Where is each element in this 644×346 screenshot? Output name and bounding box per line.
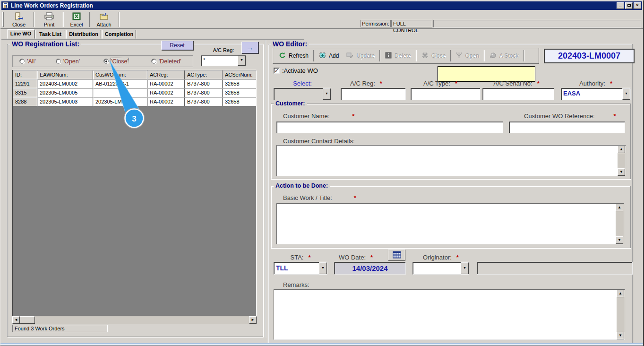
customer-contact-label: Customer Contact Details: [283, 138, 355, 145]
scrollbar-track[interactable] [617, 297, 625, 332]
col-eawonum[interactable]: EAWONum: [37, 70, 93, 79]
originator-value [413, 262, 461, 274]
attach-button[interactable]: Attach [91, 11, 117, 28]
print-button-label: Print [44, 22, 55, 27]
scroll-left-icon[interactable]: ◄ [12, 316, 20, 324]
cell-acreg: RA-00002 [147, 88, 185, 97]
list-ac-reg-value: * [201, 56, 238, 66]
checkbox-checked-icon[interactable]: ✓ [274, 68, 280, 74]
scroll-up-icon[interactable]: ▲ [616, 204, 623, 211]
reset-button[interactable]: Reset [161, 41, 193, 50]
dropdown-arrow-icon[interactable]: ▼ [238, 56, 246, 66]
col-id[interactable]: ID: [13, 70, 37, 79]
excel-button[interactable]: Excel [65, 11, 88, 28]
wo-editor-title: WO Editor: [271, 40, 309, 48]
scrollbar-thumb[interactable] [20, 316, 35, 324]
minimize-button[interactable]: _ [617, 2, 624, 9]
refresh-icon [279, 52, 286, 60]
wo-date-value: 14/03/2024 [334, 262, 406, 275]
scroll-up-icon[interactable]: ▲ [618, 146, 625, 153]
printer-icon [44, 12, 54, 21]
refresh-button[interactable]: Refresh [275, 51, 312, 61]
dropdown-arrow-icon[interactable]: ▼ [323, 88, 331, 100]
table-row[interactable]: 8288 202305-LM0003 202305-LM0003 RA-0000… [13, 97, 257, 106]
filter-all[interactable]: 'All' [19, 58, 36, 65]
close-wo-button[interactable]: Close [418, 51, 450, 61]
customer-ref-label: Customer WO Reference:* [524, 112, 616, 120]
scroll-down-icon[interactable]: ▼ [616, 236, 623, 244]
dropdown-arrow-icon[interactable]: ▼ [461, 262, 469, 274]
toolbar-separator [313, 50, 314, 61]
basic-work-textarea[interactable] [277, 204, 616, 244]
filter-close[interactable]: 'Close' [103, 58, 129, 65]
col-actype[interactable]: ACType: [185, 70, 223, 79]
ac-serial-input[interactable] [482, 88, 554, 100]
authority-combo[interactable]: EASA ▼ [561, 88, 631, 100]
refresh-label: Refresh [289, 52, 309, 59]
grid-horizontal-scrollbar[interactable]: ◄ ► [12, 316, 257, 324]
scroll-right-icon[interactable]: ► [249, 316, 257, 324]
work-orders-grid[interactable]: ID: EAWONum: CusWONum: ACReg: ACType: AC… [12, 70, 257, 316]
customer-name-input[interactable] [276, 121, 503, 133]
tab-line-wo[interactable]: Line WO [7, 29, 34, 39]
originator-label: Originator:* [412, 254, 469, 261]
cell-acreg: RA-00002 [147, 79, 185, 88]
scroll-down-icon[interactable]: ▼ [618, 168, 625, 176]
cell-cuswonum: 202305-LM0003 [93, 97, 147, 106]
open-wo-button[interactable]: Open [452, 51, 482, 61]
cell-actype: B737-800 [185, 88, 223, 97]
col-cuswonum[interactable]: CusWONum: [93, 70, 147, 79]
app-icon [2, 2, 9, 9]
vertical-scrollbar[interactable]: ▲ ▼ [618, 146, 626, 176]
customer-ref-input[interactable] [509, 121, 625, 133]
cell-actype: B737-800 [185, 97, 223, 106]
tab-distribution[interactable]: Distribution [66, 30, 101, 39]
forward-arrow-icon: → [246, 43, 254, 52]
scroll-up-icon[interactable]: ▲ [617, 290, 624, 297]
add-button[interactable]: Add [315, 51, 343, 61]
col-acreg[interactable]: ACReg: [147, 70, 185, 79]
restore-icon [627, 4, 631, 7]
toolbar-separator [524, 50, 524, 61]
table-row[interactable]: 8315 202305-LM0005 RA-00002 B737-800 326… [13, 88, 257, 97]
sta-combo[interactable]: TLL ▼ [274, 262, 327, 275]
table-row[interactable]: 12291 202403-LM0002 AB-0122020-1 RA-0000… [13, 79, 257, 88]
dropdown-arrow-icon[interactable]: ▼ [622, 88, 630, 100]
scrollbar-track[interactable] [35, 316, 249, 324]
radio-icon [19, 59, 25, 64]
activate-wo-checkbox[interactable]: ✓ :Activate WO [274, 67, 318, 74]
filter-deleted-label: 'Deleted' [159, 58, 181, 65]
scrollbar-track[interactable] [616, 211, 624, 236]
basic-work-label: Basic Work / Title:* [283, 194, 356, 201]
update-button[interactable]: Update [343, 51, 378, 61]
required-marker: * [455, 80, 457, 87]
print-button[interactable]: Print [36, 11, 62, 28]
close-button[interactable]: Close [6, 11, 32, 28]
customer-contact-textarea[interactable] [277, 146, 618, 176]
scrollbar-track[interactable] [618, 153, 626, 168]
a-stock-button[interactable]: A Stock [486, 51, 523, 61]
scroll-down-icon[interactable]: ▼ [617, 332, 624, 339]
tab-task-list[interactable]: Task List [35, 30, 65, 39]
col-acsernum[interactable]: ACSerNum: [223, 70, 257, 79]
close-window-button[interactable]: × [634, 2, 641, 9]
delete-icon [385, 52, 392, 60]
remarks-textarea[interactable] [274, 290, 617, 339]
tab-completion[interactable]: Completion [102, 30, 136, 39]
required-marker: * [354, 194, 356, 201]
calendar-button[interactable] [388, 250, 405, 261]
ac-reg-input[interactable] [341, 88, 406, 100]
delete-button[interactable]: Delete [381, 51, 415, 61]
filter-deleted[interactable]: 'Deleted' [151, 58, 181, 65]
filter-open[interactable]: 'Open' [56, 58, 80, 65]
ac-type-input[interactable] [411, 88, 481, 100]
select-combo[interactable]: ▼ [274, 88, 331, 100]
list-ac-reg-combo[interactable]: * ▼ [201, 55, 246, 66]
originator-combo[interactable]: ▼ [412, 262, 469, 275]
restore-button[interactable] [625, 2, 633, 9]
readonly-field [477, 262, 633, 275]
dropdown-arrow-icon[interactable]: ▼ [319, 262, 327, 274]
vertical-scrollbar[interactable]: ▲ ▼ [616, 204, 624, 244]
vertical-scrollbar[interactable]: ▲ ▼ [617, 290, 625, 339]
cell-eawonum: 202305-LM0005 [37, 88, 93, 97]
